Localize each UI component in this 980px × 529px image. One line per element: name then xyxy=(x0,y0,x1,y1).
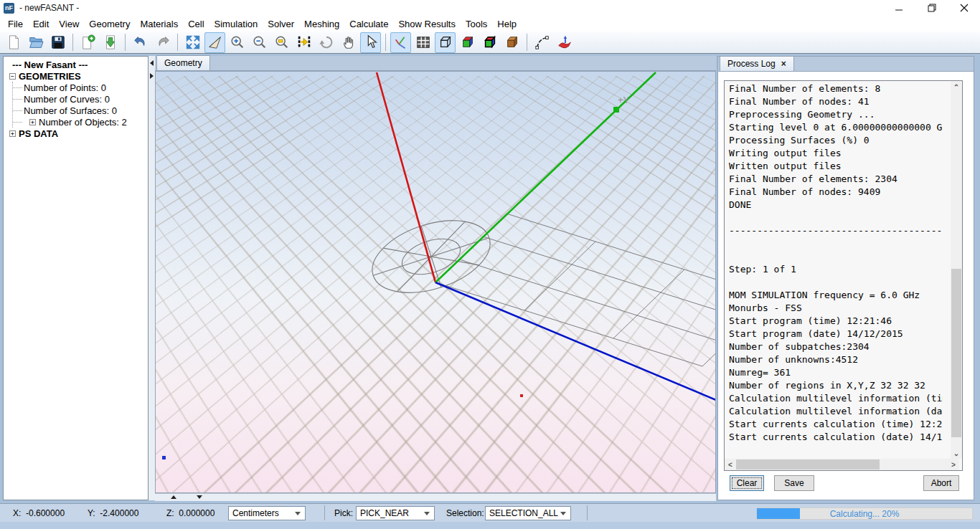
frame-step-button[interactable] xyxy=(293,32,314,53)
geometry-viewport[interactable]: +Y xyxy=(155,71,716,493)
grid-button[interactable] xyxy=(413,32,433,53)
new-file-button[interactable] xyxy=(3,32,24,53)
log-horizontal-scrollbar[interactable]: < > xyxy=(725,459,959,470)
status-bar: X: -0.600000 Y: -2.400000 Z: 0.000000 Ce… xyxy=(0,503,980,522)
shaded-edges-cube-button[interactable] xyxy=(479,32,500,53)
restore-icon[interactable] xyxy=(915,0,948,16)
menu-calculate[interactable]: Calculate xyxy=(344,17,393,31)
tab-geometry[interactable]: Geometry xyxy=(156,55,210,70)
fit-view-button[interactable] xyxy=(182,32,203,53)
vertical-scroll-thumb[interactable] xyxy=(951,269,961,437)
tree-splitter[interactable] xyxy=(149,56,155,500)
log-vertical-scrollbar[interactable]: ⌃ ⌄ xyxy=(951,81,962,459)
zoom-out-button[interactable] xyxy=(249,32,270,53)
tree-leaf[interactable]: Number of Curves: 0 xyxy=(13,93,148,105)
splitter-collapse-right-icon[interactable] xyxy=(150,73,154,79)
clear-button[interactable]: Clear xyxy=(730,475,764,491)
horizontal-scroll-thumb[interactable] xyxy=(736,459,880,470)
splitter-collapse-up-icon[interactable] xyxy=(171,495,176,499)
selection-select[interactable]: SELECTION_ALL xyxy=(485,506,571,520)
expand-icon[interactable]: + xyxy=(29,119,36,125)
menu-solver[interactable]: Solver xyxy=(263,17,299,31)
scroll-right-icon[interactable]: > xyxy=(948,459,959,470)
import-down-arrow-button[interactable] xyxy=(100,32,121,53)
collapse-icon[interactable]: − xyxy=(9,73,16,80)
open-folder-button[interactable] xyxy=(25,32,46,53)
tree-connector xyxy=(13,110,22,111)
curve-edit-button[interactable] xyxy=(532,32,552,53)
scroll-left-icon[interactable]: < xyxy=(725,459,736,470)
surface-normal-button[interactable] xyxy=(554,32,575,53)
zoom-in-button[interactable] xyxy=(227,32,248,53)
tree-node[interactable]: −GEOMETRIES xyxy=(4,70,148,82)
zoom-in-icon xyxy=(230,34,245,50)
disk-mesh xyxy=(363,207,499,306)
new-page-plus-button[interactable] xyxy=(77,32,98,53)
units-select[interactable]: Centimeters xyxy=(228,506,306,520)
menu-geometry[interactable]: Geometry xyxy=(84,17,135,31)
tree-node-label: GEOMETRIES xyxy=(19,71,81,82)
rotate-view-button[interactable] xyxy=(316,32,336,53)
geometry-tabstrip: Geometry xyxy=(155,56,716,71)
tree-leaf-label: Number of Curves: 0 xyxy=(24,94,110,105)
zoom-window-button[interactable] xyxy=(271,32,292,53)
wireframe-cube-button[interactable] xyxy=(435,32,456,53)
tree-leaf-label: Number of Objects: 2 xyxy=(39,117,127,128)
menu-tools[interactable]: Tools xyxy=(461,17,492,31)
perspective-view-button[interactable] xyxy=(204,32,225,53)
splitter-collapse-left-icon[interactable] xyxy=(150,60,154,66)
menu-cell[interactable]: Cell xyxy=(183,17,209,31)
chevron-down-icon xyxy=(295,512,301,518)
save-icon xyxy=(50,34,66,50)
splitter-collapse-down-icon[interactable] xyxy=(197,495,202,499)
menu-file[interactable]: File xyxy=(3,17,28,31)
tree-leaf[interactable]: +Number of Objects: 2 xyxy=(13,116,148,128)
close-icon[interactable] xyxy=(948,0,980,16)
abort-button[interactable]: Abort xyxy=(923,475,959,491)
tree-node[interactable]: +PS DATA xyxy=(4,128,148,139)
scroll-down-icon[interactable]: ⌄ xyxy=(951,447,962,459)
tree-leaf[interactable]: Number of Surfaces: 0 xyxy=(13,105,148,116)
coordinate-x: X: -0.600000 xyxy=(13,508,65,518)
tree-connector xyxy=(13,98,22,100)
save-button[interactable] xyxy=(47,32,68,53)
z-axis xyxy=(377,72,435,282)
tree-leaf[interactable]: Number of Points: 0 xyxy=(13,82,148,93)
undo-button[interactable] xyxy=(130,32,151,53)
viewport-bottom-splitter[interactable] xyxy=(155,493,716,501)
new-file-icon xyxy=(6,34,22,50)
log-line: Monurbs - FSS xyxy=(729,302,943,315)
menu-help[interactable]: Help xyxy=(492,17,522,31)
menu-show-results[interactable]: Show Results xyxy=(393,17,460,31)
log-line: Final Number of nodes: 9409 xyxy=(729,186,943,199)
log-line: Number of regions in X,Y,Z 32 32 32 xyxy=(729,379,943,392)
expand-icon[interactable]: + xyxy=(9,130,16,137)
tab-process-log-label: Process Log xyxy=(727,59,776,69)
log-line: Final Number of elements: 8 xyxy=(729,82,943,95)
menu-meshing[interactable]: Meshing xyxy=(299,17,344,31)
save-button[interactable]: Save xyxy=(774,475,814,491)
shaded-edges-cube-icon xyxy=(482,34,498,50)
log-line xyxy=(729,250,943,263)
toolbar-separator xyxy=(72,34,73,51)
solid-cube-button[interactable] xyxy=(501,32,522,53)
open-folder-icon xyxy=(28,34,44,50)
menu-simulation[interactable]: Simulation xyxy=(209,17,263,31)
pick-select[interactable]: PICK_NEAR xyxy=(356,506,435,520)
pan-button[interactable] xyxy=(338,32,359,53)
minimize-icon[interactable] xyxy=(883,0,915,16)
chevron-down-icon xyxy=(424,512,430,518)
redo-button[interactable] xyxy=(152,32,173,53)
menu-view[interactable]: View xyxy=(54,17,84,31)
frame-step-icon xyxy=(296,34,312,50)
axes-button[interactable] xyxy=(390,32,411,53)
shaded-cube-button[interactable] xyxy=(457,32,478,53)
tree-root[interactable]: --- New Fasant --- xyxy=(4,59,148,70)
log-line: Start program (time) 12:21:46 xyxy=(729,315,943,328)
tab-process-log[interactable]: Process Log × xyxy=(720,56,794,71)
menu-edit[interactable]: Edit xyxy=(28,17,54,31)
tab-close-icon[interactable]: × xyxy=(781,59,786,69)
scroll-up-icon[interactable]: ⌃ xyxy=(951,81,962,92)
menu-materials[interactable]: Materials xyxy=(135,17,183,31)
select-arrow-button[interactable] xyxy=(360,32,381,53)
